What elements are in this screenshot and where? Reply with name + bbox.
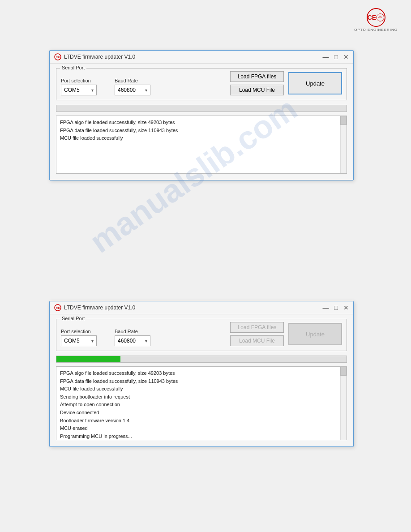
window2-close-button[interactable]: ✕ [343, 305, 349, 311]
window1-left-controls: Port selection COM5 ▾ Baud Rate 460800 ▾ [61, 71, 226, 95]
window2-log-area: FPGA algo file loaded successfully, size… [56, 366, 347, 440]
window2-baud-dropdown-icon: ▾ [145, 339, 147, 343]
window2-controls: — □ ✕ [323, 305, 349, 311]
window1-progress-bar [56, 105, 347, 112]
window1-log-line-2: FPGA data file loaded successfully, size… [60, 127, 338, 135]
window2-baud-field: Baud Rate 460800 ▾ [115, 329, 150, 346]
window1-baud-select[interactable]: 460800 ▾ [115, 85, 150, 95]
window2-scrollbar[interactable] [340, 367, 347, 440]
window1-port-field: Port selection COM5 ▾ [61, 78, 97, 95]
window2-right-controls: Update [288, 322, 342, 346]
window2-minimize-button[interactable]: — [323, 305, 329, 311]
window1-update-button[interactable]: Update [288, 72, 342, 94]
window2-log-line-2: FPGA data file loaded successfully, size… [60, 378, 338, 386]
logo-text: OPTO ENGINEERING [354, 28, 398, 32]
window1-scrollbar-thumb[interactable] [340, 116, 347, 125]
window2-baud-select[interactable]: 460800 ▾ [115, 335, 150, 346]
window1-maximize-button[interactable]: □ [334, 54, 338, 60]
window2-log-line-4: Sending bootloader info request [60, 393, 338, 401]
window1-port-row: Port selection COM5 ▾ Baud Rate 460800 ▾ [61, 74, 150, 95]
window2-titlebar: CE LTDVE firmware updater V1.0 — □ ✕ [50, 301, 353, 314]
window2-log-line-3: MCU file loaded successfully [60, 385, 338, 393]
window2-content: Serial Port Port selection COM5 ▾ Baud R… [50, 314, 353, 446]
window2-load-fpga-button[interactable]: Load FPGA files [230, 322, 284, 333]
window2-serial-port-label: Serial Port [60, 316, 86, 321]
window1-titlebar: CE LTDVE firmware updater V1.0 — □ ✕ [50, 51, 353, 64]
window1-top-controls: Port selection COM5 ▾ Baud Rate 460800 ▾ [61, 71, 342, 95]
window2-maximize-button[interactable]: □ [334, 305, 338, 311]
window1-baud-label: Baud Rate [115, 78, 150, 83]
svg-text:CE: CE [379, 15, 381, 17]
window1: CE LTDVE firmware updater V1.0 — □ ✕ Ser… [49, 50, 354, 180]
window2-log-line-1: FPGA algo file loaded successfully, size… [60, 369, 338, 378]
window2-log-line-8: MCU erased [60, 425, 338, 433]
window2-log-line-7: Bootloader firmware version 1.4 [60, 417, 338, 425]
window2-port-row: Port selection COM5 ▾ Baud Rate 460800 ▾ [61, 325, 150, 346]
window2-baud-label: Baud Rate [115, 329, 150, 334]
window1-log-area: FPGA algo file loaded successfully, size… [56, 116, 347, 174]
window1-log-line-1: FPGA algo file loaded successfully, size… [60, 119, 338, 127]
window2-title: LTDVE firmware updater V1.0 [64, 305, 323, 311]
window1-load-fpga-button[interactable]: Load FPGA files [230, 71, 284, 82]
window2: CE LTDVE firmware updater V1.0 — □ ✕ Ser… [49, 301, 354, 447]
window2-port-label: Port selection [61, 329, 97, 334]
window1-controls: — □ ✕ [323, 54, 349, 60]
logo-icon: CE [367, 8, 385, 27]
window1-log-line-3: MCU file loaded successfully [60, 134, 338, 142]
svg-text:CE: CE [56, 56, 60, 59]
window2-port-field: Port selection COM5 ▾ [61, 329, 97, 346]
window2-progress-bar [56, 356, 347, 363]
window1-port-select[interactable]: COM5 ▾ [61, 85, 97, 95]
window2-update-button[interactable]: Update [288, 323, 342, 345]
window1-icon: CE [54, 53, 61, 60]
window1-port-label: Port selection [61, 78, 97, 83]
window2-port-select[interactable]: COM5 ▾ [61, 335, 97, 346]
logo-area: CE OPTO ENGINEERING [354, 8, 398, 32]
window1-minimize-button[interactable]: — [323, 54, 329, 60]
window2-log-line-5: Attempt to open connection [60, 401, 338, 409]
window1-right-controls: Update [288, 71, 342, 95]
window1-load-mcu-button[interactable]: Load MCU File [230, 85, 284, 95]
window2-load-mcu-button[interactable]: Load MCU File [230, 335, 284, 346]
window2-port-dropdown-icon: ▾ [91, 339, 94, 343]
window2-serial-port-group: Serial Port Port selection COM5 ▾ Baud R… [56, 319, 347, 351]
window2-scrollbar-thumb[interactable] [340, 367, 347, 376]
window1-serial-port-label: Serial Port [60, 65, 86, 70]
window1-load-buttons: Load FPGA files Load MCU File [230, 71, 284, 95]
svg-text:CE: CE [56, 307, 60, 309]
window2-log-line-6: Device connected [60, 409, 338, 417]
window1-port-dropdown-icon: ▾ [91, 88, 94, 93]
window1-serial-port-group: Serial Port Port selection COM5 ▾ Baud R… [56, 68, 347, 100]
window1-close-button[interactable]: ✕ [343, 54, 349, 60]
window1-baud-field: Baud Rate 460800 ▾ [115, 78, 150, 95]
window2-top-controls: Port selection COM5 ▾ Baud Rate 460800 ▾ [61, 322, 342, 346]
window1-title: LTDVE firmware updater V1.0 [64, 54, 323, 60]
window2-progress-fill [56, 356, 120, 362]
window1-scrollbar[interactable] [340, 116, 347, 173]
window2-left-controls: Port selection COM5 ▾ Baud Rate 460800 ▾ [61, 322, 226, 346]
window1-baud-dropdown-icon: ▾ [145, 88, 147, 93]
window2-log-line-9: Programming MCU in progress... [60, 433, 338, 440]
window1-content: Serial Port Port selection COM5 ▾ Baud R… [50, 64, 353, 180]
window2-load-buttons: Load FPGA files Load MCU File [230, 322, 284, 346]
window2-icon: CE [54, 304, 61, 311]
